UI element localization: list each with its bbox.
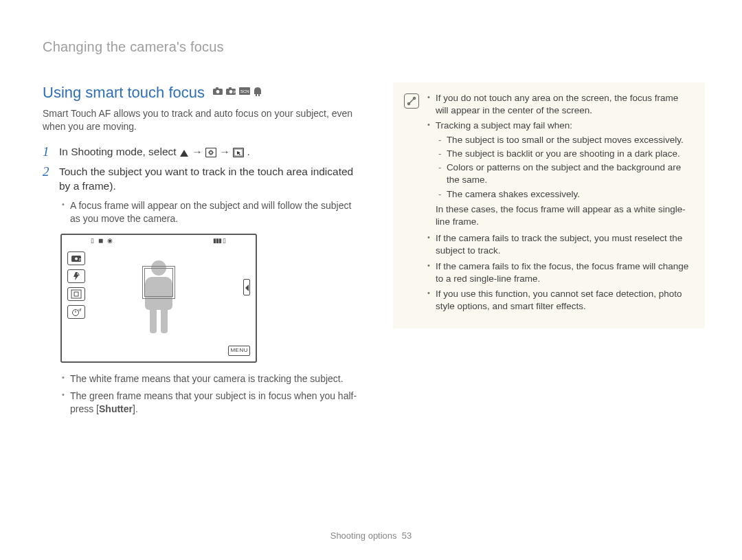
step-2: 2 Touch the subject you want to track in… bbox=[43, 165, 364, 194]
svg-point-5 bbox=[229, 90, 233, 93]
svg-rect-11 bbox=[210, 151, 212, 154]
note-dash-item: The subject is backlit or you are shooti… bbox=[438, 148, 693, 160]
svg-rect-10 bbox=[206, 148, 216, 157]
svg-rect-1 bbox=[216, 87, 218, 89]
note-dash-item: The subject is too small or the subject … bbox=[438, 134, 693, 146]
arrow-right: → bbox=[219, 146, 233, 157]
page-footer: Shooting options 53 bbox=[0, 530, 742, 542]
focus-frame bbox=[142, 266, 175, 299]
timer-off-icon: off bbox=[67, 305, 85, 319]
focus-frame-icon bbox=[205, 148, 216, 157]
svg-text:P: P bbox=[79, 258, 82, 262]
sub-bullet: A focus frame will appear on the subject… bbox=[62, 199, 364, 225]
note-box: If you do not touch any area on the scre… bbox=[393, 82, 705, 328]
up-triangle-icon bbox=[179, 149, 189, 157]
step-1-text-after: . bbox=[247, 146, 249, 157]
camera-p-icon: P bbox=[226, 87, 236, 98]
svg-text:P: P bbox=[234, 90, 236, 94]
shutter-label: Shutter bbox=[99, 403, 133, 414]
scene-icon: SCN bbox=[239, 87, 250, 98]
sub-bullet: The white frame means that your camera i… bbox=[62, 372, 364, 385]
camera-screen-illustration: ▯ ◼ ◉ ▮▮▮ ▯ P A bbox=[60, 234, 257, 363]
smart-touch-af-icon bbox=[233, 148, 244, 157]
menu-button: MENU bbox=[228, 346, 250, 356]
drawer-handle-icon bbox=[243, 251, 250, 295]
svg-marker-9 bbox=[180, 150, 188, 157]
step-number: 2 bbox=[43, 165, 52, 194]
intro-paragraph: Smart Touch AF allows you to track and a… bbox=[43, 107, 364, 133]
step-1: 1 In Shooting mode, select → → . bbox=[43, 145, 364, 159]
left-column: Using smart touch focus P SCN bbox=[43, 82, 364, 424]
step-2-sub-before: A focus frame will appear on the subject… bbox=[43, 199, 364, 225]
focus-icon bbox=[67, 287, 85, 301]
note-dash-item: Colors or patterns on the subject and th… bbox=[438, 161, 693, 186]
step-1-text-before: In Shooting mode, select bbox=[59, 146, 179, 157]
note-item: If you use this function, you cannot set… bbox=[427, 288, 693, 313]
note-item: If the camera fails to track the subject… bbox=[427, 232, 693, 257]
dual-is-icon bbox=[254, 87, 262, 98]
note-item: If the camera fails to fix the focus, th… bbox=[427, 260, 693, 285]
note-content: If you do not touch any area on the scre… bbox=[427, 92, 693, 316]
section-title-text: Using smart touch focus bbox=[43, 82, 205, 103]
note-item: Tracking a subject may fail when: The su… bbox=[427, 120, 693, 228]
step-number: 1 bbox=[43, 145, 52, 159]
right-column: If you do not touch any area on the scre… bbox=[393, 82, 705, 328]
two-column-layout: Using smart touch focus P SCN bbox=[43, 82, 705, 424]
footer-page-number: 53 bbox=[402, 530, 412, 541]
svg-rect-4 bbox=[229, 87, 232, 89]
note-item-lead: Tracking a subject may fail when: bbox=[436, 120, 572, 131]
camera-icon bbox=[213, 87, 223, 98]
svg-point-2 bbox=[216, 90, 220, 93]
step-2-sub-after: The white frame means that your camera i… bbox=[43, 372, 364, 416]
svg-line-28 bbox=[408, 98, 415, 104]
flash-auto-icon: A bbox=[67, 269, 85, 283]
note-item: If you do not touch any area on the scre… bbox=[427, 92, 693, 117]
mode-icons-row: P SCN bbox=[213, 87, 262, 98]
svg-rect-23 bbox=[71, 290, 81, 298]
note-icon bbox=[404, 93, 419, 109]
svg-point-19 bbox=[75, 258, 78, 260]
camera-viewfinder bbox=[89, 240, 228, 356]
sub-bullet: The green frame means that your subject … bbox=[62, 390, 364, 416]
camera-left-buttons: P A off bbox=[67, 250, 89, 356]
note-dash-list: The subject is too small or the subject … bbox=[436, 134, 693, 201]
step-2-text: Touch the subject you want to track in t… bbox=[59, 166, 353, 192]
mode-p-icon: P bbox=[67, 251, 85, 265]
svg-text:A: A bbox=[77, 272, 80, 276]
step-2-body: Touch the subject you want to track in t… bbox=[59, 165, 364, 194]
breadcrumb: Changing the camera's focus bbox=[43, 38, 705, 56]
svg-text:off: off bbox=[78, 308, 82, 312]
svg-text:SCN: SCN bbox=[240, 89, 249, 93]
subject-silhouette bbox=[142, 260, 175, 336]
manual-page: Changing the camera's focus Using smart … bbox=[0, 0, 742, 560]
camera-right-controls: MENU bbox=[228, 250, 250, 356]
sub-bullet-post: ]. bbox=[133, 403, 138, 414]
note-item-tail: In these cases, the focus frame will app… bbox=[436, 203, 693, 228]
arrow-right: → bbox=[192, 146, 205, 157]
footer-section: Shooting options bbox=[330, 530, 397, 541]
note-dash-item: The camera shakes excessively. bbox=[438, 188, 693, 201]
section-title: Using smart touch focus P SCN bbox=[43, 82, 364, 103]
step-1-body: In Shooting mode, select → → . bbox=[59, 145, 364, 159]
svg-rect-24 bbox=[74, 292, 78, 296]
